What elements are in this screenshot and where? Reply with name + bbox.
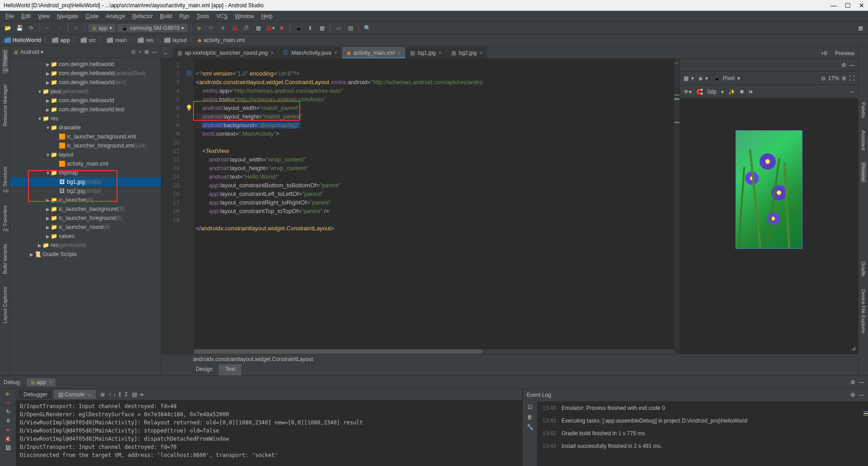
minimize-button[interactable]: — — [830, 2, 837, 9]
panel-device-explorer[interactable]: Device File Explorer — [861, 287, 866, 335]
editor-tab[interactable]: ▦ap-xxxhdpi\ic_launcher_round.png× — [173, 47, 278, 58]
editor-tab[interactable]: ▦bg2.jpg× — [447, 47, 487, 58]
editor-tab[interactable]: ◆activity_main.xml× — [342, 47, 405, 58]
menu-build[interactable]: Build — [156, 12, 176, 20]
resize-grip-icon[interactable]: ◢ — [851, 345, 855, 351]
debug-icon[interactable]: 🐞 — [230, 23, 240, 33]
panel-favorites[interactable]: 2: Favorites — [2, 204, 8, 233]
console-tab[interactable]: ▤ Console → — [54, 390, 96, 399]
pan-icon[interactable]: ↔ — [849, 89, 854, 95]
menu-code[interactable]: Code — [82, 12, 102, 20]
surface-icon[interactable]: ▦ — [684, 75, 689, 81]
tree-item[interactable]: ▶📁ic_launcher_foreground (5) — [10, 214, 161, 223]
preview-surface[interactable]: ◢ — [680, 99, 858, 354]
avd-icon[interactable]: 📱 — [293, 23, 303, 33]
tree-item[interactable]: ▼📁layout — [10, 150, 161, 159]
menu-analyze[interactable]: Analyze — [102, 12, 129, 20]
console-output[interactable]: D/InputTransport: Input channel destroye… — [16, 400, 522, 466]
search-icon[interactable]: 🔍 — [362, 23, 372, 33]
run-config-dropdown[interactable]: ▣app▾ — [88, 24, 116, 32]
stop-icon[interactable]: ■ — [277, 23, 287, 33]
el-wrench-icon[interactable]: 🔧 — [527, 424, 533, 430]
bc-app[interactable]: app — [51, 37, 71, 43]
device-frame[interactable] — [736, 130, 802, 249]
rerun-icon[interactable]: ▶ — [6, 390, 10, 397]
view-bp-icon[interactable]: ● — [6, 427, 9, 433]
bc-project[interactable]: HelloWorld — [4, 37, 42, 43]
debug-hide-icon[interactable]: — — [859, 379, 864, 385]
panel-gradle[interactable]: Gradle — [861, 260, 866, 278]
code-body[interactable]: <?xml version="1.0" encoding="utf-8"?> <… — [194, 59, 674, 354]
forward-icon[interactable]: → — [55, 23, 65, 33]
profile-icon[interactable]: ⏱ — [241, 23, 251, 33]
tree-item[interactable]: ▶📁ic_launcher_background (5) — [10, 204, 161, 214]
marker-bar[interactable]: ✓ — [674, 59, 679, 354]
panel-layout-captures[interactable]: Layout Captures — [2, 285, 8, 325]
el-filter-icon[interactable]: ☑ — [528, 404, 533, 410]
preview-hide-icon[interactable]: — — [849, 62, 854, 68]
menu-refactor[interactable]: Refactor — [129, 12, 156, 20]
el-trash-icon[interactable]: 🗑 — [527, 414, 533, 420]
menu-navigate[interactable]: Navigate — [53, 12, 82, 20]
coverage-icon[interactable]: ▦ — [253, 23, 263, 33]
up-icon[interactable]: ↑ — [108, 391, 111, 398]
view-options-icon[interactable]: 👁▾ — [684, 89, 692, 95]
panel-preview[interactable]: Preview — [861, 162, 866, 183]
debug-settings-icon[interactable]: ⚙ — [850, 379, 855, 385]
panel-structure[interactable]: Z: Structure — [2, 165, 8, 194]
tree-item[interactable]: 🟧activity_main.xml — [10, 159, 161, 168]
ide-settings-icon[interactable]: ▦ — [855, 23, 865, 33]
magnet-icon[interactable]: 🧲 — [696, 89, 703, 95]
sync-icon[interactable]: ⟳ — [26, 23, 36, 33]
device-dropdown[interactable]: 📱samsung SM-G8870▾ — [118, 24, 188, 32]
sdk-icon[interactable]: ⬇ — [305, 23, 315, 33]
tree-item[interactable]: ▼📁java (generated) — [10, 87, 161, 96]
menu-window[interactable]: Window — [231, 12, 258, 20]
bc-layout[interactable]: layout — [163, 37, 188, 43]
menu-view[interactable]: View — [34, 12, 53, 20]
debugger-tab[interactable]: Debugger — [19, 390, 52, 399]
maximize-button[interactable]: ☐ — [845, 2, 851, 9]
project-scope-dropdown[interactable]: ▣Android▾ — [14, 49, 43, 55]
run-icon[interactable]: ▶ — [194, 23, 204, 33]
panel-assistant[interactable]: Assistant — [861, 128, 866, 152]
tree-item[interactable]: ▶📁ic_launcher_round (6) — [10, 223, 161, 232]
nav-prev-icon[interactable]: ← — [163, 50, 169, 57]
editor-tab[interactable]: ⒸMainActivity.java× — [278, 47, 342, 58]
event-log-row[interactable]: 13:43Executing tasks: [:app:assembleDebu… — [542, 418, 854, 424]
fit-icon[interactable]: ⛶ — [849, 75, 854, 81]
back-icon[interactable]: ← — [43, 23, 53, 33]
event-log-row[interactable]: 13:43Emulator: Process finished with exi… — [542, 405, 854, 411]
tree-item[interactable]: ▶📁com.dengjin.helloworld — [10, 96, 161, 105]
eventlog-hide-icon[interactable]: — — [859, 392, 864, 398]
orientation-icon[interactable]: ◈ — [698, 75, 703, 81]
resume-icon[interactable]: ↻ — [6, 409, 10, 415]
tree-item[interactable]: ▶📁com.dengjin.helloworld (androidTest) — [10, 69, 161, 78]
text-tab[interactable]: Text — [219, 364, 241, 376]
tree-item[interactable]: ▶📁com.dengjin.helloworld — [10, 60, 161, 69]
close-button[interactable]: ✕ — [859, 2, 864, 9]
bc-main[interactable]: main — [106, 37, 127, 43]
attach-icon[interactable]: 🐞▾ — [265, 23, 275, 33]
wrap-icon[interactable]: ▤ — [132, 391, 137, 398]
mute-bp-icon[interactable]: 🔇 — [5, 436, 11, 442]
import-icon[interactable]: ↧ — [124, 391, 128, 398]
more-tabs[interactable]: +8 — [821, 50, 827, 57]
pack-icon[interactable]: I▾ — [749, 89, 753, 95]
code-editor[interactable]: 1 2 3 4 5 6 7 8 9 10 11 12 13 14 15 16 1… — [161, 59, 679, 354]
apply-icon[interactable]: ⟳ — [206, 23, 216, 33]
tree-item[interactable]: ▶📜Gradle Scripts — [10, 250, 161, 259]
code-breadcrumb[interactable]: androidx.constraintlayout.widget.Constra… — [161, 354, 858, 364]
tree-item[interactable]: ▶📁values — [10, 232, 161, 241]
tree-item[interactable]: ▶📁com.dengjin.helloworld.test — [10, 105, 161, 114]
open-icon[interactable]: 📂 — [3, 23, 13, 33]
tree-item[interactable]: ▶📁res (generated) — [10, 241, 161, 250]
hide-icon[interactable]: — — [152, 49, 157, 55]
menu-file[interactable]: File — [2, 12, 18, 20]
menu-edit[interactable]: Edit — [18, 12, 34, 20]
preview-settings-icon[interactable]: ⚙ — [841, 62, 846, 68]
tree-item[interactable]: ▼📁res — [10, 114, 161, 123]
settings-icon[interactable]: ⚙ — [144, 49, 149, 55]
design-tab[interactable]: Design — [189, 364, 219, 376]
bc-res[interactable]: res — [137, 37, 154, 43]
